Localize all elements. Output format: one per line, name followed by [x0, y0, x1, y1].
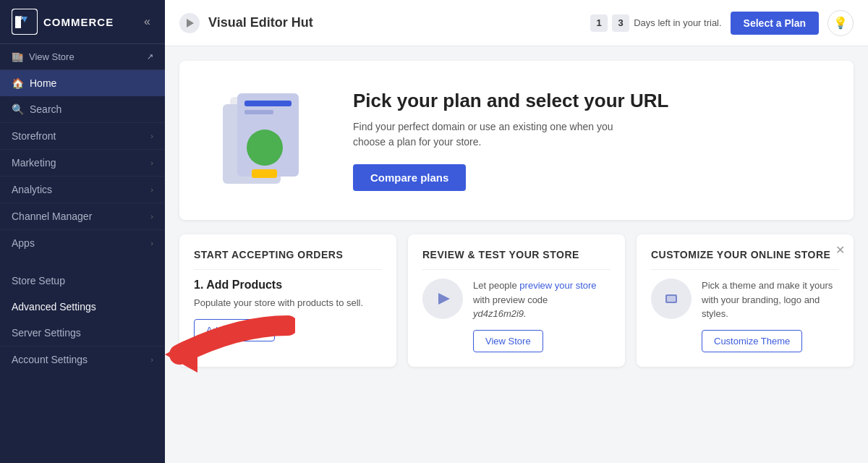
- collapse-button[interactable]: «: [141, 12, 153, 31]
- chevron-right-icon: ›: [150, 185, 153, 194]
- sidebar: BIG COMMERCE « 🏬 View Store ↗ 🏠 Home 🔍 S…: [0, 0, 165, 463]
- svg-rect-8: [244, 101, 292, 106]
- svg-point-10: [247, 129, 283, 166]
- trial-badge: 1 3 Days left in your trial.: [590, 14, 721, 32]
- svg-text:BIG: BIG: [15, 15, 23, 20]
- channel-manager-label: Channel Manager: [12, 211, 92, 222]
- trial-day-1: 1: [590, 14, 608, 32]
- card-3-body: Pick a theme and make it yours with your…: [651, 279, 839, 352]
- home-label: Home: [30, 77, 56, 89]
- sidebar-item-advanced-settings[interactable]: Advanced Settings: [0, 294, 165, 320]
- sidebar-item-storefront[interactable]: Storefront ›: [0, 122, 165, 149]
- preview-code: yd4z16m2i9.: [473, 308, 527, 319]
- add-products-button[interactable]: Add Products: [194, 319, 275, 341]
- card-2-icon: [422, 279, 463, 319]
- close-icon[interactable]: ✕: [835, 243, 845, 257]
- sidebar-item-store-setup[interactable]: Store Setup: [0, 268, 165, 294]
- plan-heading: Pick your plan and select your URL: [353, 90, 825, 112]
- preview-store-link[interactable]: preview your store: [519, 280, 596, 291]
- analytics-label: Analytics: [12, 184, 52, 195]
- select-plan-button[interactable]: Select a Plan: [731, 12, 819, 35]
- sidebar-header: BIG COMMERCE «: [0, 0, 165, 44]
- card-1-desc: Populate your store with products to sel…: [194, 296, 363, 310]
- chevron-right-icon: ›: [150, 212, 153, 221]
- sidebar-item-marketing[interactable]: Marketing ›: [0, 149, 165, 176]
- chevron-right-icon: ›: [150, 355, 153, 364]
- card-1-body: 1. Add Products Populate your store with…: [194, 279, 382, 341]
- search-icon: 🔍: [12, 103, 24, 115]
- card-review-test-store: Review & test your store Let people prev…: [408, 234, 625, 367]
- view-store-button[interactable]: View Store: [473, 330, 543, 352]
- server-settings-label: Server Settings: [12, 327, 81, 339]
- svg-rect-9: [244, 110, 273, 114]
- external-link-icon: ↗: [147, 52, 153, 61]
- bulb-button[interactable]: 💡: [827, 10, 854, 36]
- logo-text: COMMERCE: [43, 16, 114, 28]
- sidebar-item-apps[interactable]: Apps ›: [0, 229, 165, 256]
- sidebar-item-server-settings[interactable]: Server Settings: [0, 320, 165, 346]
- card-3-icon: [651, 279, 692, 319]
- home-icon: 🏠: [12, 77, 24, 89]
- card-customize-online-store: ✕ Customize your Online Store Pick a the…: [637, 234, 854, 367]
- topbar: Visual Editor Hut 1 3 Days left in your …: [165, 0, 868, 46]
- card-2-body: Let people preview your store with previ…: [422, 279, 610, 352]
- view-store-link[interactable]: 🏬 View Store ↗: [0, 44, 165, 70]
- svg-rect-16: [667, 296, 676, 302]
- account-settings-label: Account Settings: [12, 354, 88, 365]
- card-1-heading: START ACCEPTING ORDERS: [194, 249, 382, 270]
- svg-marker-4: [187, 19, 194, 27]
- card-3-content: Pick a theme and make it yours with your…: [702, 279, 839, 352]
- content-area: Pick your plan and select your URL Find …: [165, 46, 868, 463]
- plan-illustration: [208, 82, 324, 198]
- svg-rect-11: [252, 169, 277, 178]
- card-3-heading: Customize your Online Store: [651, 249, 839, 270]
- logo-area: BIG COMMERCE: [12, 9, 114, 35]
- store-setup-label: Store Setup: [12, 275, 65, 286]
- search-label: Search: [30, 103, 61, 115]
- card-3-desc: Pick a theme and make it yours with your…: [702, 279, 839, 321]
- sidebar-item-search[interactable]: 🔍 Search: [0, 96, 165, 122]
- plan-text: Pick your plan and select your URL Find …: [353, 90, 825, 191]
- card-2-desc: Let people preview your store with previ…: [473, 279, 597, 321]
- main-content: Visual Editor Hut 1 3 Days left in your …: [165, 0, 868, 463]
- sidebar-item-analytics[interactable]: Analytics ›: [0, 176, 165, 203]
- cards-row: START ACCEPTING ORDERS 1. Add Products P…: [179, 234, 854, 367]
- sidebar-item-home[interactable]: 🏠 Home: [0, 70, 165, 96]
- view-store-label: View Store: [29, 51, 75, 62]
- page-icon: [179, 13, 200, 33]
- chevron-right-icon: ›: [150, 132, 153, 140]
- plan-description: Find your perfect domain or use an exist…: [353, 119, 628, 150]
- page-title: Visual Editor Hut: [208, 15, 582, 30]
- card-1-title: 1. Add Products: [194, 279, 363, 292]
- sidebar-item-channel-manager[interactable]: Channel Manager ›: [0, 203, 165, 229]
- card-2-content: Let people preview your store with previ…: [473, 279, 597, 352]
- chevron-right-icon: ›: [150, 158, 153, 167]
- trial-text: Days left in your trial.: [634, 17, 721, 28]
- storefront-label: Storefront: [12, 130, 56, 142]
- card-1-content: 1. Add Products Populate your store with…: [194, 279, 363, 341]
- customize-theme-button[interactable]: Customize Theme: [702, 330, 802, 352]
- marketing-label: Marketing: [12, 157, 56, 169]
- chevron-right-icon: ›: [150, 239, 153, 247]
- store-icon: 🏬: [12, 51, 23, 62]
- sidebar-item-account-settings[interactable]: Account Settings ›: [0, 346, 165, 373]
- logo-icon: BIG: [12, 9, 38, 35]
- apps-label: Apps: [12, 237, 35, 249]
- bulb-icon: 💡: [833, 16, 848, 30]
- advanced-settings-label: Advanced Settings: [12, 301, 96, 313]
- card-2-heading: Review & test your store: [422, 249, 610, 270]
- trial-day-2: 3: [612, 14, 629, 32]
- compare-plans-button[interactable]: Compare plans: [353, 164, 466, 191]
- plan-banner: Pick your plan and select your URL Find …: [179, 61, 854, 220]
- card-start-accepting-orders: START ACCEPTING ORDERS 1. Add Products P…: [179, 234, 396, 367]
